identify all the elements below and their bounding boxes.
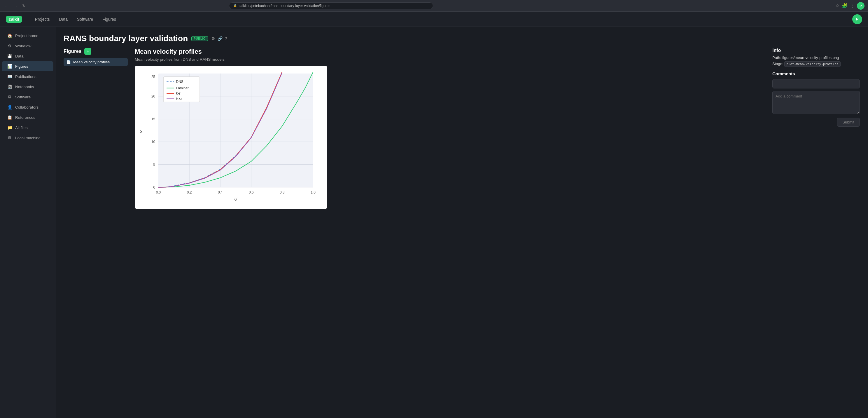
all-files-icon: 📁 [7, 125, 12, 130]
logo[interactable]: calkit [6, 16, 22, 23]
sidebar-item-project-home[interactable]: 🏠 Project home [2, 31, 53, 40]
sidebar-label-local-machine: Local machine [15, 136, 40, 140]
top-nav: calkit Projects Data Software Figures P [0, 12, 868, 27]
sidebar-label-software: Software [15, 95, 31, 99]
url-text: calkit.io/petebachant/rans-boundary-laye… [239, 4, 330, 8]
extensions-button[interactable]: 🧩 [842, 3, 847, 8]
sidebar-label-figures: Figures [15, 64, 28, 68]
svg-text:k-ε: k-ε [176, 91, 181, 95]
figure-chart: 0 5 10 15 20 25 0.0 0.2 0.4 0.6 0.8 [140, 70, 322, 203]
svg-text:5: 5 [153, 162, 155, 167]
nav-figures[interactable]: Figures [98, 15, 120, 23]
sidebar-item-publications[interactable]: 📖 Publications [2, 71, 53, 82]
svg-text:U: U [234, 197, 238, 201]
sidebar-item-collaborators[interactable]: 👤 Collaborators [2, 102, 53, 112]
figure-list-item[interactable]: 📄 Mean velocity profiles [64, 58, 128, 66]
svg-text:0.2: 0.2 [187, 190, 192, 195]
public-badge: PUBLIC [191, 36, 208, 41]
workflow-icon: ⚙ [7, 43, 12, 48]
figures-panel-title: Figures [64, 49, 82, 54]
sidebar-label-notebooks: Notebooks [15, 85, 34, 89]
project-header: RANS boundary layer validation PUBLIC ⚙ … [55, 27, 868, 48]
figures-panel-header: Figures + [64, 48, 128, 55]
figures-icon: 📊 [7, 64, 12, 68]
sidebar-label-references: References [15, 115, 35, 120]
sidebar-item-local-machine[interactable]: 🖥 Local machine [2, 133, 53, 143]
comments-title: Comments [772, 71, 860, 76]
sidebar-item-data[interactable]: 💾 Data [2, 51, 53, 61]
svg-text:1.0: 1.0 [311, 190, 316, 195]
nav-software[interactable]: Software [73, 15, 97, 23]
svg-text:15: 15 [151, 117, 155, 121]
lock-icon: 🔒 [233, 4, 237, 7]
submit-comment-button[interactable]: Submit [837, 118, 860, 127]
browser-user-avatar[interactable]: P [857, 2, 865, 10]
data-icon: 💾 [7, 54, 12, 58]
comments-search-input[interactable] [772, 79, 860, 88]
info-stage-value: plot-mean-velocity-profiles [784, 61, 841, 67]
sidebar-label-publications: Publications [15, 74, 36, 79]
content-area: 🏠 Project home ⚙ Workflow 💾 Data 📊 Figur… [0, 27, 868, 418]
comment-textarea[interactable] [772, 91, 860, 114]
browser-actions: ☆ 🧩 ⋮ P [835, 2, 865, 10]
bookmark-button[interactable]: ☆ [835, 3, 839, 8]
info-path-row: Path: figures/mean-velocity-profiles.png [772, 56, 860, 60]
back-button[interactable]: ← [3, 2, 10, 9]
svg-text:0.4: 0.4 [218, 190, 223, 195]
sidebar-item-figures[interactable]: 📊 Figures [2, 61, 53, 71]
comments-section: Comments Submit [772, 71, 860, 127]
top-nav-right: P [852, 14, 862, 24]
nav-data[interactable]: Data [55, 15, 72, 23]
github-icon-btn[interactable]: ⚙ [212, 36, 215, 41]
sidebar-item-all-files[interactable]: 📁 All files [2, 123, 53, 132]
chart-container: 0 5 10 15 20 25 0.0 0.2 0.4 0.6 0.8 [135, 66, 327, 209]
publications-icon: 📖 [7, 74, 12, 79]
sidebar-item-references[interactable]: 📋 References [2, 112, 53, 122]
sidebar-label-all-files: All files [15, 125, 28, 130]
sidebar-label-data: Data [15, 54, 24, 58]
svg-text:k-ω: k-ω [176, 97, 182, 101]
sidebar-label-project-home: Project home [15, 34, 38, 38]
references-icon: 📋 [7, 115, 12, 120]
app-layout: calkit Projects Data Software Figures P … [0, 12, 868, 418]
external-link-btn[interactable]: 🔗 [218, 36, 222, 41]
figures-panel: Figures + 📄 Mean velocity profiles [64, 48, 128, 66]
browser-chrome: ← → ↻ 🔒 calkit.io/petebachant/rans-bound… [0, 0, 868, 12]
svg-text:0: 0 [153, 185, 155, 189]
collaborators-icon: 👤 [7, 105, 12, 110]
svg-text:10: 10 [151, 140, 155, 144]
nav-projects[interactable]: Projects [31, 15, 54, 23]
sidebar-item-software[interactable]: 🖥 Software [2, 92, 53, 102]
main-content: RANS boundary layer validation PUBLIC ⚙ … [55, 27, 868, 418]
sidebar-label-workflow: Workflow [15, 44, 31, 48]
svg-text:25: 25 [151, 75, 155, 79]
add-figure-button[interactable]: + [84, 48, 91, 55]
svg-text:Y: Y [140, 130, 144, 133]
figure-name: Mean velocity profiles [135, 48, 765, 56]
reload-button[interactable]: ↻ [21, 2, 27, 9]
software-icon: 🖥 [7, 95, 12, 99]
home-icon: 🏠 [7, 33, 12, 38]
sidebar: 🏠 Project home ⚙ Workflow 💾 Data 📊 Figur… [0, 27, 55, 418]
sidebar-item-workflow[interactable]: ⚙ Workflow [2, 41, 53, 51]
info-path-label: Path: [772, 56, 781, 60]
figure-detail: Mean velocity profiles Mean velocity pro… [135, 48, 765, 209]
project-title: RANS boundary layer validation [64, 34, 188, 43]
forward-button[interactable]: → [12, 2, 19, 9]
menu-button[interactable]: ⋮ [850, 3, 855, 8]
help-btn[interactable]: ? [225, 36, 227, 41]
top-nav-links: Projects Data Software Figures [31, 15, 120, 23]
svg-text:0.8: 0.8 [280, 190, 285, 195]
figure-file-icon: 📄 [66, 60, 71, 64]
info-stage-label: Stage: [772, 62, 783, 66]
user-avatar[interactable]: P [852, 14, 862, 24]
info-path-value: figures/mean-velocity-profiles.png [782, 56, 839, 60]
info-title: Info [772, 48, 860, 53]
figure-description: Mean velocity profiles from DNS and RANS… [135, 57, 765, 62]
sidebar-item-notebooks[interactable]: 📓 Notebooks [2, 82, 53, 92]
project-header-icons: ⚙ 🔗 ? [212, 36, 227, 41]
svg-text:DNS: DNS [176, 80, 183, 84]
info-panel: Info Path: figures/mean-velocity-profile… [772, 48, 860, 127]
info-stage-row: Stage: plot-mean-velocity-profiles [772, 62, 860, 66]
svg-text:20: 20 [151, 94, 155, 98]
